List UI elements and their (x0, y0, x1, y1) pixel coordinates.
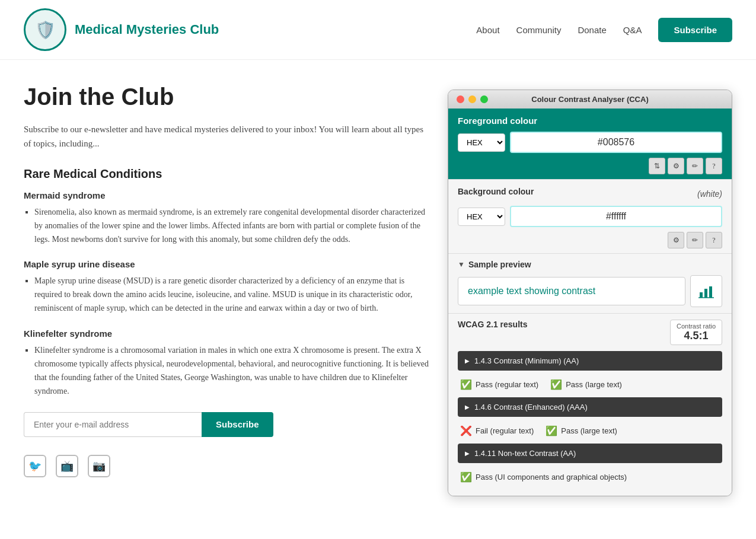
fg-format-select[interactable]: HEX (458, 133, 505, 152)
rare-section-title: Rare Medical Conditions (24, 167, 430, 181)
wcag-rule-146[interactable]: ▶ 1.4.6 Contrast (Enhanced) (AAA) (458, 397, 722, 417)
wcag-rule-146-triangle-icon: ▶ (465, 404, 470, 410)
sample-header: ▼ Sample preview (458, 260, 722, 269)
wcag-143-large: ✅ Pass (large text) (550, 379, 622, 390)
fg-swap-icon[interactable]: ⇅ (649, 158, 665, 174)
bg-adjust-icon[interactable]: ⚙ (668, 232, 684, 248)
sample-chart-icon[interactable] (690, 275, 722, 307)
wcag-rule-1411[interactable]: ▶ 1.4.11 Non-text Contrast (AA) (458, 444, 722, 463)
close-button[interactable] (457, 95, 464, 103)
bg-eyedropper-icon[interactable]: ✏ (687, 232, 703, 248)
contrast-ratio-value: 4.5:1 (677, 330, 716, 342)
content-area: Join the Club Subscribe to our e-newslet… (24, 84, 430, 477)
wcag-header-row: WCAG 2.1 results Contrast ratio 4.5:1 (458, 320, 722, 345)
condition-maple-title: Maple syrup urine disease (24, 259, 430, 269)
wcag-rule-143-triangle-icon: ▶ (465, 358, 470, 364)
main-content: Join the Club Subscribe to our e-newslet… (0, 60, 756, 508)
svg-rect-2 (709, 286, 712, 298)
condition-klinefelter-desc: Klinefelter syndrome is a chromosomal va… (34, 343, 430, 398)
subscribe-button[interactable]: Subscribe (202, 412, 273, 437)
bg-input-row: HEX (458, 206, 722, 227)
wcag-rule-143-label: 1.4.3 Contrast (Minimum) (AA) (474, 356, 579, 365)
maximize-button[interactable] (480, 95, 488, 103)
pass-check-icon-4: ✅ (460, 471, 472, 483)
wcag-146-results: ❌ Fail (regular text) ✅ Pass (large text… (458, 420, 722, 441)
wcag-146-regular: ❌ Fail (regular text) (460, 425, 534, 436)
twitter-icon[interactable]: 🐦 (24, 455, 46, 477)
nav-qa[interactable]: Q&A (623, 25, 642, 35)
instagram-icon[interactable]: 📷 (88, 455, 110, 477)
pass-check-icon-3: ✅ (546, 425, 557, 436)
wcag-143-results: ✅ Pass (regular text) ✅ Pass (large text… (458, 374, 722, 395)
wcag-143-regular-text: Pass (regular text) (476, 380, 538, 389)
fg-label: Foreground colour (458, 116, 722, 126)
condition-klinefelter-title: Klinefelter syndrome (24, 328, 430, 339)
bg-icon-buttons: ⚙ ✏ ? (458, 232, 722, 248)
bg-label-row: Background colour (white) (458, 187, 722, 201)
cca-panel: Colour Contrast Analyser (CCA) Foregroun… (448, 90, 732, 496)
wcag-rule-1411-label: 1.4.11 Non-text Contrast (AA) (474, 449, 576, 458)
nav-donate[interactable]: Donate (578, 25, 606, 35)
bg-note: (white) (697, 189, 722, 199)
intro-text: Subscribe to our e-newsletter and have m… (24, 122, 430, 151)
window-controls (457, 95, 488, 103)
wcag-146-regular-text: Fail (regular text) (476, 426, 534, 435)
minimize-button[interactable] (468, 95, 476, 103)
fg-adjust-icon[interactable]: ⚙ (668, 158, 684, 174)
email-input[interactable] (24, 412, 202, 437)
condition-maple-desc: Maple syrup urine disease (MSUD) is a ra… (34, 274, 430, 315)
sample-triangle-icon: ▼ (458, 260, 465, 269)
twitch-icon[interactable]: 📺 (56, 455, 78, 477)
pass-check-icon: ✅ (460, 379, 472, 390)
contrast-ratio-label: Contrast ratio (677, 323, 716, 330)
fg-value-input[interactable] (510, 132, 722, 153)
contrast-ratio-box: Contrast ratio 4.5:1 (670, 320, 722, 345)
wcag-title: WCAG 2.1 results (458, 320, 527, 329)
nav-about[interactable]: About (476, 25, 499, 35)
cca-titlebar: Colour Contrast Analyser (CCA) (448, 90, 732, 109)
nav-subscribe-button[interactable]: Subscribe (658, 18, 732, 42)
bg-help-icon[interactable]: ? (706, 232, 722, 248)
condition-maple: Maple syrup urine disease Maple syrup ur… (24, 259, 430, 315)
wcag-section: WCAG 2.1 results Contrast ratio 4.5:1 ▶ … (448, 313, 732, 496)
wcag-1411-results: ✅ Pass (UI components and graphical obje… (458, 467, 722, 487)
wcag-rule-1411-triangle-icon: ▶ (465, 450, 470, 457)
sample-preview-section: ▼ Sample preview example text showing co… (448, 253, 732, 313)
social-icons: 🐦 📺 📷 (24, 455, 430, 477)
bg-value-input[interactable] (510, 206, 722, 227)
fg-icon-buttons: ⇅ ⚙ ✏ ? (458, 158, 722, 174)
fg-help-icon[interactable]: ? (706, 158, 722, 174)
svg-rect-1 (704, 289, 707, 298)
fg-eyedropper-icon[interactable]: ✏ (687, 158, 703, 174)
wcag-rule-146-label: 1.4.6 Contrast (Enhanced) (AAA) (474, 403, 588, 412)
sample-text: example text showing contrast (458, 277, 685, 305)
condition-klinefelter: Klinefelter syndrome Klinefelter syndrom… (24, 328, 430, 398)
wcag-1411-ui: ✅ Pass (UI components and graphical obje… (460, 471, 627, 483)
brand-name: Medical Mysteries Club (75, 22, 219, 37)
foreground-section: Foreground colour HEX ⇅ ⚙ ✏ ? (448, 109, 732, 179)
wcag-1411-ui-text: Pass (UI components and graphical object… (476, 473, 627, 481)
nav-links: About Community Donate Q&A Subscribe (476, 18, 732, 42)
fail-icon: ❌ (460, 425, 472, 436)
bg-label: Background colour (458, 187, 534, 196)
navbar: 🛡️ Medical Mysteries Club About Communit… (0, 0, 756, 60)
background-section: Background colour (white) HEX ⚙ ✏ ? (448, 179, 732, 253)
sample-preview-row: example text showing contrast (458, 275, 722, 307)
pass-check-icon-2: ✅ (550, 379, 562, 390)
condition-mermaid: Mermaid syndrome Sirenomelia, also known… (24, 190, 430, 246)
bg-format-select[interactable]: HEX (458, 208, 505, 226)
fg-input-row: HEX (458, 132, 722, 153)
nav-community[interactable]: Community (516, 25, 562, 35)
wcag-146-large-text: Pass (large text) (561, 426, 617, 435)
page-title: Join the Club (24, 84, 430, 110)
condition-mermaid-desc: Sirenomelia, also known as mermaid syndr… (34, 205, 430, 246)
wcag-rule-143[interactable]: ▶ 1.4.3 Contrast (Minimum) (AA) (458, 351, 722, 371)
condition-mermaid-title: Mermaid syndrome (24, 190, 430, 200)
wcag-143-large-text: Pass (large text) (566, 380, 622, 389)
svg-rect-0 (700, 292, 703, 298)
brand: 🛡️ Medical Mysteries Club (24, 8, 219, 51)
sample-title: Sample preview (468, 260, 531, 269)
logo-icon: 🛡️ (24, 8, 66, 51)
bar-chart-icon (698, 283, 714, 299)
wcag-143-regular: ✅ Pass (regular text) (460, 379, 538, 390)
